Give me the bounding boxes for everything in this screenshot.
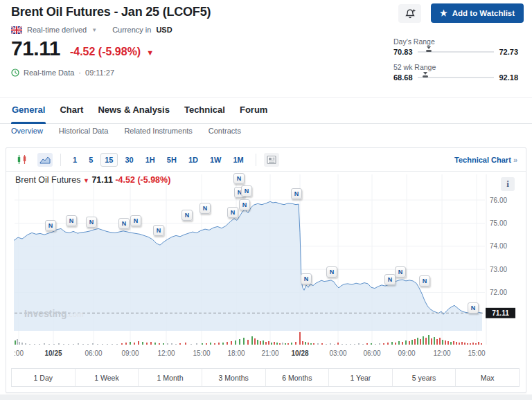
volume-bar	[44, 343, 45, 345]
52wk-range-marker	[423, 75, 428, 78]
period-5-years[interactable]: 5 years	[393, 369, 456, 386]
volume-bar	[82, 344, 84, 345]
volume-bar	[398, 341, 400, 345]
double-arrow-icon: »	[513, 156, 517, 164]
volume-bar	[434, 337, 435, 345]
y-axis-label: 72.00	[490, 289, 507, 296]
volume-bar	[257, 340, 258, 345]
volume-bar	[78, 343, 79, 345]
period-1-week[interactable]: 1 Week	[76, 369, 139, 386]
news-marker[interactable]: N	[86, 217, 97, 228]
interval-30[interactable]: 30	[121, 153, 138, 167]
news-marker[interactable]: N	[227, 207, 238, 218]
price-down-arrow-icon: ▼	[146, 48, 154, 57]
tab-technical[interactable]: Technical	[184, 103, 226, 123]
volume-bar	[68, 344, 69, 345]
volume-bar	[417, 338, 418, 345]
volume-bar	[291, 343, 292, 345]
instrument-type-label[interactable]: Real-time derived	[27, 26, 87, 34]
volume-bar	[206, 343, 207, 345]
news-marker[interactable]: N	[301, 273, 312, 284]
news-marker[interactable]: N	[66, 215, 77, 226]
page-bottom-strip	[0, 394, 532, 400]
period-3-months[interactable]: 3 Months	[202, 369, 266, 386]
volume-bar	[375, 344, 376, 345]
x-axis-label: 03:00	[329, 349, 346, 357]
volume-bar	[350, 344, 351, 345]
news-marker[interactable]: N	[130, 215, 141, 226]
news-marker[interactable]: N	[395, 266, 406, 278]
chart-canvas[interactable]: 76.0075.0074.0073.0072.00:0010/2506:0009…	[6, 172, 526, 369]
volume-bar	[402, 342, 403, 345]
interval-15[interactable]: 15	[100, 153, 117, 167]
volume-bar	[395, 343, 396, 345]
x-axis-label: 10/25	[44, 349, 62, 357]
days-range-slider	[418, 51, 495, 53]
volume-bar	[310, 343, 312, 345]
volume-bar	[358, 343, 360, 345]
volume-bar	[163, 343, 164, 345]
news-marker[interactable]: N	[241, 185, 252, 197]
interval-1w[interactable]: 1W	[206, 153, 226, 167]
interval-1d[interactable]: 1D	[184, 153, 202, 167]
period-1-year[interactable]: 1 Year	[329, 369, 393, 386]
add-to-watchlist-button[interactable]: ★ Add to Watchlist	[431, 3, 524, 23]
volume-bar	[387, 343, 389, 345]
news-marker[interactable]: N	[468, 302, 479, 313]
tab-news-analysis[interactable]: News & Analysis	[97, 103, 170, 123]
news-marker[interactable]: N	[181, 210, 193, 221]
subtab-historical-data[interactable]: Historical Data	[59, 127, 109, 135]
volume-bar	[299, 332, 301, 345]
news-marker[interactable]: N	[118, 218, 130, 229]
info-icon[interactable]: i	[501, 177, 515, 191]
days-range-marker	[426, 50, 432, 52]
interval-1h[interactable]: 1H	[141, 153, 159, 167]
area-chart-icon[interactable]	[37, 153, 53, 167]
volume-bar	[420, 339, 421, 345]
interval-5h[interactable]: 5H	[163, 153, 181, 167]
interval-1[interactable]: 1	[69, 153, 81, 167]
x-axis-label: 12:00	[433, 349, 450, 357]
subtab-overview[interactable]: Overview	[11, 127, 43, 135]
volume-bar	[29, 344, 30, 345]
period-6-months[interactable]: 6 Months	[266, 369, 330, 386]
technical-chart-link[interactable]: Technical Chart »	[454, 156, 517, 164]
52wk-range-high: 92.18	[499, 73, 518, 82]
interval-1m[interactable]: 1M	[229, 153, 247, 167]
volume-bar	[185, 343, 186, 345]
news-marker[interactable]: N	[200, 203, 211, 214]
price-change: -4.52 (-5.98%)	[70, 46, 141, 58]
period-1-day[interactable]: 1 Day	[12, 369, 76, 386]
volume-bar	[478, 342, 479, 345]
volume-bar	[383, 343, 384, 345]
volume-bar	[414, 339, 416, 345]
subtab-contracts[interactable]: Contracts	[209, 127, 241, 135]
tab-chart[interactable]: Chart	[59, 103, 84, 123]
52wk-range-slider	[418, 77, 495, 78]
volume-bar	[190, 344, 192, 345]
candlestick-chart-icon[interactable]	[15, 153, 30, 167]
tab-forum[interactable]: Forum	[239, 103, 268, 123]
volume-bar	[63, 344, 64, 345]
news-marker[interactable]: N	[153, 225, 164, 236]
volume-bar	[142, 342, 143, 345]
news-marker[interactable]: N	[384, 274, 396, 285]
news-marker[interactable]: N	[326, 266, 337, 278]
create-alert-button[interactable]	[398, 4, 421, 23]
period-1-month[interactable]: 1 Month	[139, 369, 202, 386]
volume-bar	[346, 344, 347, 345]
period-max[interactable]: Max	[456, 369, 519, 386]
news-events-icon[interactable]	[264, 153, 279, 167]
news-marker[interactable]: N	[45, 220, 56, 231]
volume-bar	[254, 338, 256, 345]
volume-bar	[442, 340, 443, 345]
news-marker[interactable]: N	[239, 199, 250, 210]
tab-general[interactable]: General	[11, 103, 46, 123]
price-chart[interactable]: Brent Oil Futures ▼ 71.11 -4.52 (-5.98%)…	[6, 172, 526, 369]
subtab-related-instruments[interactable]: Related Instruments	[124, 127, 192, 135]
interval-5[interactable]: 5	[85, 153, 97, 167]
news-marker[interactable]: N	[233, 173, 245, 184]
news-marker[interactable]: N	[419, 275, 430, 287]
volume-bar	[34, 344, 35, 345]
news-marker[interactable]: N	[291, 188, 302, 199]
